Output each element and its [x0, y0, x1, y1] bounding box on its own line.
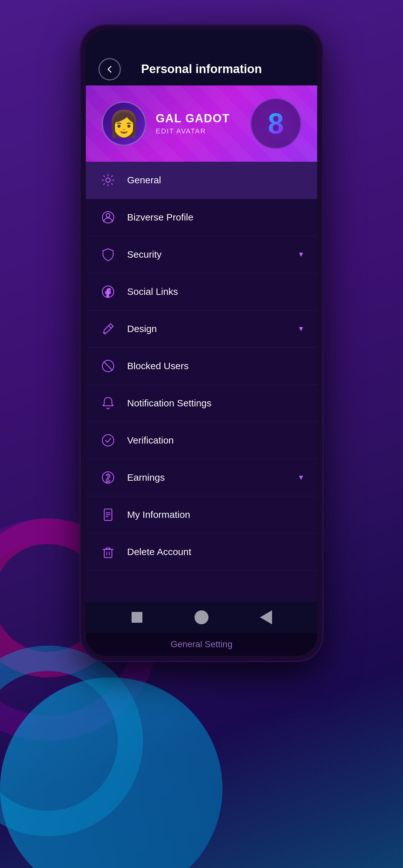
menu-label-social-links: Social Links [127, 286, 305, 297]
check-circle-icon [98, 431, 118, 450]
edit-avatar-label[interactable]: EDIT AVATAR [156, 127, 230, 135]
svg-point-0 [106, 178, 110, 182]
menu-item-social-links[interactable]: Social Links [86, 273, 317, 310]
menu-item-earnings[interactable]: Earnings ▼ [86, 459, 317, 496]
bell-icon [98, 394, 118, 413]
menu-label-my-information: My Information [127, 509, 305, 520]
menu-label-blocked-users: Blocked Users [127, 361, 305, 371]
menu-label-security: Security [127, 249, 298, 260]
menu-label-notification-settings: Notification Settings [127, 398, 305, 409]
back-button[interactable] [98, 58, 121, 81]
bottom-label-text: General Setting [171, 639, 232, 649]
app-logo: 8 [250, 98, 301, 149]
avatar-figure: 👩 [108, 111, 140, 136]
menu-list: General Bizverse Profile Security ▼ [86, 162, 317, 601]
app-header: Personal information [86, 56, 317, 86]
brush-icon [98, 319, 118, 338]
nav-back-button[interactable] [258, 609, 274, 625]
menu-item-general[interactable]: General [86, 162, 317, 199]
avatar[interactable]: 👩 [102, 101, 146, 146]
status-bar [86, 31, 317, 56]
profile-name: GAL GADOT [156, 112, 230, 125]
blocked-icon [98, 356, 118, 376]
dollar-icon [98, 468, 118, 487]
menu-item-bizverse-profile[interactable]: Bizverse Profile [86, 199, 317, 236]
menu-label-delete-account: Delete Account [127, 547, 305, 557]
menu-label-design: Design [127, 323, 298, 334]
profile-banner: 👩 GAL GADOT EDIT AVATAR 8 [86, 86, 317, 162]
menu-label-general: General [127, 175, 305, 186]
circle-icon [194, 610, 209, 624]
chevron-down-icon: ▼ [298, 250, 305, 259]
chevron-down-icon: ▼ [298, 473, 305, 482]
svg-line-5 [103, 362, 113, 370]
nav-home-button[interactable] [193, 609, 210, 625]
facebook-icon [98, 282, 118, 301]
menu-label-earnings: Earnings [127, 472, 298, 483]
svg-point-6 [102, 435, 114, 446]
page-title: Personal information [141, 62, 262, 76]
chevron-down-icon: ▼ [298, 325, 305, 333]
triangle-icon [260, 610, 272, 624]
user-circle-icon [98, 208, 118, 227]
menu-item-my-information[interactable]: My Information [86, 496, 317, 533]
gear-icon [98, 170, 118, 190]
trash-icon [98, 542, 118, 561]
profile-info: GAL GADOT EDIT AVATAR [156, 112, 230, 135]
phone-frame: Personal information 👩 GAL GADOT EDIT AV… [81, 25, 322, 661]
menu-label-bizverse-profile: Bizverse Profile [127, 212, 305, 223]
menu-item-blocked-users[interactable]: Blocked Users [86, 348, 317, 385]
menu-item-design[interactable]: Design ▼ [86, 310, 317, 348]
nav-square-button[interactable] [129, 609, 145, 625]
shield-icon [98, 245, 118, 264]
svg-point-2 [106, 214, 110, 217]
menu-label-verification: Verification [127, 435, 305, 446]
svg-rect-12 [104, 549, 112, 558]
logo-text: 8 [268, 107, 284, 140]
profile-left: 👩 GAL GADOT EDIT AVATAR [102, 101, 230, 146]
menu-item-notification-settings[interactable]: Notification Settings [86, 385, 317, 422]
bottom-nav [86, 601, 317, 633]
menu-item-verification[interactable]: Verification [86, 422, 317, 459]
document-icon [98, 505, 118, 524]
bottom-label-area: General Setting [86, 633, 317, 656]
menu-item-security[interactable]: Security ▼ [86, 236, 317, 273]
menu-item-delete-account[interactable]: Delete Account [86, 533, 317, 570]
square-icon [131, 612, 143, 623]
